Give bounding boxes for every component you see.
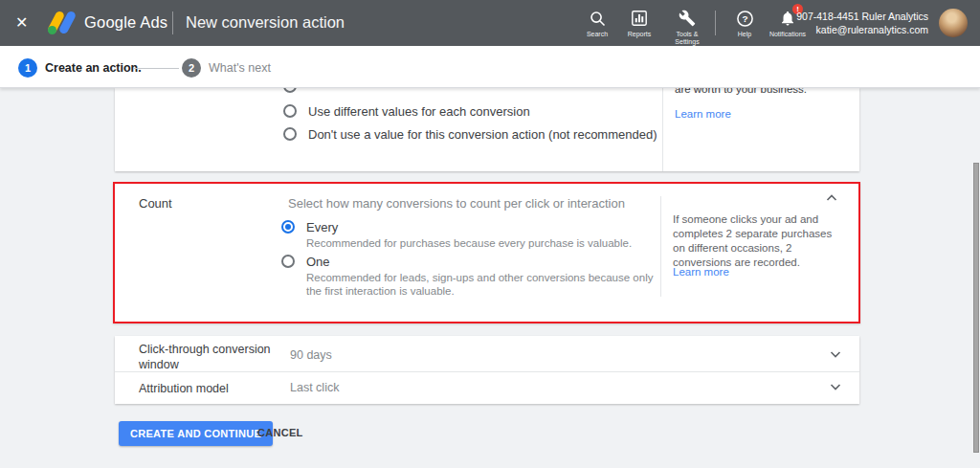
count-one-radio[interactable] xyxy=(281,255,295,268)
account-info: 907-418-4451 Ruler Analytics katie@ruler… xyxy=(796,10,928,36)
count-help-text: If someone clicks your ad and completes … xyxy=(673,212,843,270)
logo-green-dot xyxy=(48,26,56,34)
click-through-window-chevron-down-icon[interactable] xyxy=(829,347,842,361)
value-option-partial-radio[interactable] xyxy=(283,88,297,93)
value-section-card: Use different values for each conversion… xyxy=(115,88,859,171)
value-help-tail: are worth to your business. xyxy=(675,88,847,97)
count-every-radio[interactable] xyxy=(281,220,295,234)
nav-tools-settings-label: Tools & Settings xyxy=(668,31,706,46)
value-learn-more-link[interactable]: Learn more xyxy=(675,108,731,120)
brand-name: Google Ads xyxy=(84,13,167,32)
count-card-divider xyxy=(660,196,661,297)
settings-row-divider xyxy=(115,371,859,372)
close-icon[interactable]: ✕ xyxy=(15,14,28,32)
page-title: New conversion action xyxy=(186,13,345,32)
count-learn-more-link[interactable]: Learn more xyxy=(673,266,729,278)
top-app-bar: ✕ Google Ads New conversion action Searc… xyxy=(0,0,980,46)
count-every-label[interactable]: Every xyxy=(306,220,338,234)
search-icon xyxy=(589,9,607,28)
google-ads-conversion-page: ✕ Google Ads New conversion action Searc… xyxy=(0,0,980,468)
nav-help-label: Help xyxy=(738,31,751,38)
attribution-model-label: Attribution model xyxy=(139,381,287,396)
count-collapse-chevron-up-icon[interactable] xyxy=(825,191,838,205)
value-option-none-label[interactable]: Don't use a value for this conversion ac… xyxy=(308,127,657,142)
nav-reports[interactable]: Reports xyxy=(614,9,664,38)
click-through-window-label: Click-through conversion window xyxy=(139,342,287,372)
nav-tools-settings[interactable]: Tools & Settings xyxy=(662,9,712,46)
title-divider xyxy=(172,11,173,34)
step-1-circle: 1 xyxy=(18,58,37,78)
nav-reports-label: Reports xyxy=(628,31,652,38)
scrollbar-thumb[interactable] xyxy=(973,163,979,453)
count-one-description: Recommended for leads, sign-ups and othe… xyxy=(306,271,658,298)
avatar[interactable] xyxy=(939,9,968,37)
step-2-label: What's next xyxy=(209,61,271,75)
settings-card: Click-through conversion window 90 days … xyxy=(115,336,859,404)
click-through-window-value: 90 days xyxy=(290,348,332,362)
reports-icon xyxy=(631,9,648,28)
nav-divider xyxy=(715,11,716,35)
account-line1: 907-418-4451 Ruler Analytics xyxy=(796,10,928,23)
value-option-different-label[interactable]: Use different values for each conversion xyxy=(308,104,530,119)
step-connector xyxy=(134,68,179,69)
count-section-highlight: Count Select how many conversions to cou… xyxy=(113,182,860,323)
google-ads-logo-icon xyxy=(44,10,78,36)
count-question: Select how many conversions to count per… xyxy=(288,196,625,211)
count-section-label: Count xyxy=(139,196,172,211)
count-every-description: Recommended for purchases because every … xyxy=(306,236,689,250)
attribution-model-value: Last click xyxy=(290,381,339,394)
stepper-bar: 1 Create an action. 2 What's next xyxy=(0,46,980,88)
create-and-continue-button[interactable]: CREATE AND CONTINUE xyxy=(119,421,273,446)
step-2-circle: 2 xyxy=(182,58,201,78)
help-icon: ? xyxy=(736,9,754,28)
value-option-none-radio[interactable] xyxy=(283,127,297,141)
account-line2: katie@ruleranalytics.com xyxy=(796,23,928,36)
count-one-label[interactable]: One xyxy=(306,255,330,269)
value-card-divider xyxy=(662,88,663,171)
bell-icon: ! xyxy=(779,9,796,28)
value-option-different-radio[interactable] xyxy=(283,104,297,118)
wrench-icon xyxy=(679,9,696,28)
nav-search-label: Search xyxy=(587,31,608,38)
attribution-model-chevron-down-icon[interactable] xyxy=(829,380,842,393)
step-1-label: Create an action. xyxy=(45,61,142,75)
svg-text:?: ? xyxy=(742,13,747,24)
cancel-button[interactable]: CANCEL xyxy=(257,427,303,438)
